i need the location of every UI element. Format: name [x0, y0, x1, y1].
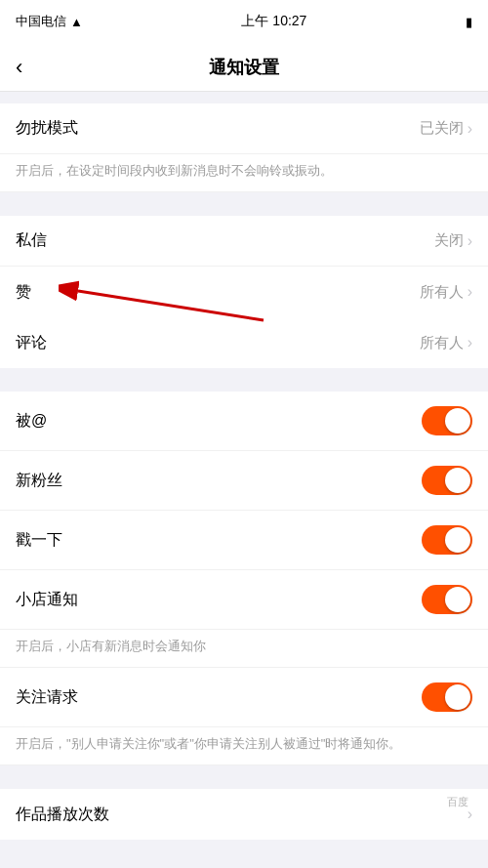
new-fans-toggle[interactable]: [422, 466, 472, 495]
chevron-icon: ›: [468, 334, 472, 351]
dnd-description: 开启后，在设定时间段内收到新消息时不会响铃或振动。: [0, 154, 488, 192]
section-play-count: 作品播放次数 ›: [0, 789, 488, 840]
section-toggles: 被@ 新粉丝 戳一下 小店通知 开启后，小店有新消息时会通知你 关注请求 开启后…: [0, 392, 488, 765]
poke-label: 戳一下: [16, 530, 62, 551]
status-right: ▮: [466, 15, 472, 29]
wifi-icon: ▲: [70, 15, 83, 29]
status-time: 上午 10:27: [241, 13, 306, 30]
row-private-message[interactable]: 私信 关闭 ›: [0, 216, 488, 267]
row-new-fans[interactable]: 新粉丝: [0, 451, 488, 511]
gap-3: [0, 765, 488, 777]
section-message: 私信 关闭 › 赞 所有人 › 评论 所有人: [0, 216, 488, 368]
like-row-container: 赞 所有人 ›: [0, 267, 488, 317]
shop-notify-label: 小店通知: [16, 590, 78, 610]
status-left: 中国电信 ▲: [16, 13, 83, 30]
row-follow-request[interactable]: 关注请求: [0, 668, 488, 727]
chevron-icon: ›: [468, 120, 472, 138]
row-comment[interactable]: 评论 所有人 ›: [0, 317, 488, 368]
back-button[interactable]: ‹: [16, 55, 22, 80]
chevron-icon: ›: [468, 283, 472, 301]
nav-bar: ‹ 通知设置: [0, 43, 488, 92]
follow-request-toggle[interactable]: [422, 682, 472, 712]
poke-toggle[interactable]: [422, 525, 472, 555]
dnd-mode-label: 勿扰模式: [16, 118, 78, 139]
like-label: 赞: [16, 282, 31, 303]
row-shop-notify[interactable]: 小店通知: [0, 570, 488, 630]
row-dnd-mode[interactable]: 勿扰模式 已关闭 ›: [0, 103, 488, 154]
private-message-right: 关闭 ›: [434, 231, 472, 250]
follow-request-description: 开启后，"别人申请关注你"或者"你申请关注别人被通过"时将通知你。: [0, 727, 488, 765]
status-bar: 中国电信 ▲ 上午 10:27 ▮: [0, 0, 488, 43]
comment-value: 所有人: [420, 334, 464, 352]
follow-request-label: 关注请求: [16, 687, 78, 708]
shop-notify-toggle[interactable]: [422, 585, 472, 614]
mention-toggle[interactable]: [422, 406, 472, 435]
chevron-icon: ›: [468, 232, 472, 250]
shop-notify-description: 开启后，小店有新消息时会通知你: [0, 630, 488, 668]
private-message-value: 关闭: [434, 231, 464, 250]
gap-2: [0, 368, 488, 380]
gap-1: [0, 192, 488, 204]
section-dnd: 勿扰模式 已关闭 › 开启后，在设定时间段内收到新消息时不会响铃或振动。: [0, 103, 488, 192]
mention-label: 被@: [16, 411, 47, 432]
row-like[interactable]: 赞 所有人 ›: [0, 267, 488, 317]
carrier-label: 中国电信: [16, 13, 66, 30]
page-title: 通知设置: [209, 56, 279, 79]
comment-label: 评论: [16, 333, 47, 353]
new-fans-label: 新粉丝: [16, 471, 62, 491]
row-poke[interactable]: 戳一下: [0, 511, 488, 570]
battery-icon: ▮: [466, 15, 472, 29]
like-right: 所有人 ›: [420, 283, 472, 302]
row-mention[interactable]: 被@: [0, 392, 488, 451]
row-play-count[interactable]: 作品播放次数 ›: [0, 789, 488, 840]
comment-right: 所有人 ›: [420, 334, 472, 352]
play-count-label: 作品播放次数: [16, 805, 109, 825]
dnd-mode-value: 已关闭: [420, 119, 464, 138]
watermark: 百度: [447, 795, 468, 809]
like-value: 所有人: [420, 283, 464, 302]
dnd-mode-right: 已关闭 ›: [420, 119, 472, 138]
private-message-label: 私信: [16, 230, 47, 251]
